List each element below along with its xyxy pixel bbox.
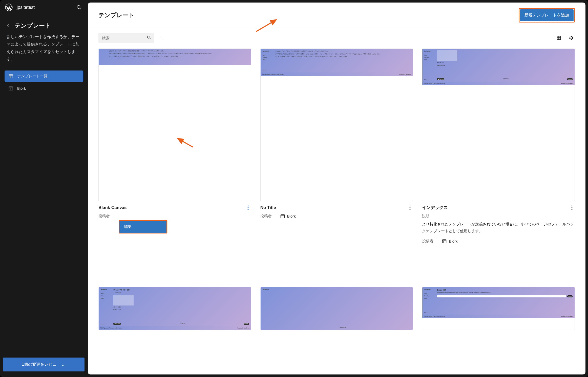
preview-nav: Details [424, 295, 435, 297]
preview-text: Search [567, 295, 573, 297]
back-chevron-icon[interactable] [5, 24, 12, 28]
template-card: jpsitetest Intro Details Blog ⊕ ⊙ ⊘ アーカイ… [98, 287, 251, 364]
preview-text: Powered by WordPress [561, 316, 573, 317]
preview-text: Theme by Anders Norén [433, 83, 445, 84]
svg-rect-16 [557, 38, 559, 40]
preview-text: アーカイブタイプ: 名前 [113, 289, 249, 291]
preview-text: It seems like we couldn't find the page … [437, 292, 573, 294]
preview-text: Previous [115, 323, 120, 324]
preview-nav: Intro [101, 293, 111, 294]
svg-point-1 [77, 6, 80, 9]
preview-text: Powered by WordPress [561, 83, 573, 84]
svg-rect-24 [281, 215, 284, 218]
template-title: No Title [260, 205, 276, 210]
annotation-highlight: 新規テンプレートを追加 [519, 8, 575, 22]
svg-point-28 [571, 207, 572, 208]
layout-icon [8, 74, 14, 79]
preview-sitename: jpsitetest [263, 50, 273, 52]
template-card: これはコンテンツブロックです。個別投稿または固定ページ内のすべてのブロックを表示… [98, 49, 251, 278]
preview-sitename: jpsitetest [424, 289, 435, 290]
edit-button[interactable]: 編集 [119, 221, 166, 233]
svg-line-10 [150, 38, 151, 39]
preview-nav: Details [263, 57, 273, 58]
template-preview[interactable]: jpsitetest Intro Details Blog ⊕ ⊙ ⊘ アーカイ… [98, 287, 251, 330]
search-input[interactable] [102, 36, 140, 40]
site-title[interactable]: jpsitetest [17, 5, 35, 10]
author-name: Björk [449, 239, 457, 243]
svg-rect-30 [443, 240, 446, 243]
svg-rect-6 [9, 87, 13, 90]
preview-text: Theme by Anders Norén [433, 316, 445, 317]
svg-rect-14 [557, 36, 559, 38]
preview-text: Search... [437, 295, 566, 297]
more-options-icon[interactable] [245, 205, 251, 211]
svg-point-27 [571, 205, 572, 206]
filter-icon[interactable] [159, 34, 166, 42]
page-title: テンプレート [98, 11, 135, 19]
preview-sitename: jpsitetest [424, 50, 435, 52]
preview-text: タームの説明 [113, 292, 249, 294]
author-theme[interactable]: Björk [280, 214, 296, 219]
sidebar-heading: テンプレート [15, 22, 51, 30]
svg-point-29 [571, 209, 572, 210]
layout-icon [442, 239, 447, 244]
add-template-button[interactable]: 新規テンプレートを追加 [520, 9, 574, 21]
preview-text: 4月 24, 2023 [437, 62, 573, 64]
preview-text: Hello world! [437, 64, 573, 67]
more-options-icon[interactable] [569, 205, 575, 211]
search-icon[interactable] [75, 3, 83, 12]
preview-text: © 2024 jpsitetest [262, 74, 271, 75]
layout-icon [280, 214, 285, 219]
search-input-wrapper[interactable] [98, 33, 154, 43]
sidebar-item-label: Björk [17, 86, 26, 90]
sidebar-item-label: テンプレート一覧 [17, 74, 48, 79]
svg-point-20 [248, 209, 249, 210]
author-label: 投稿者 [260, 214, 278, 219]
preview-text: Previous [439, 79, 444, 80]
svg-point-21 [409, 205, 410, 206]
grid-view-icon[interactable] [555, 34, 563, 42]
svg-line-2 [80, 8, 81, 9]
preview-text: Hello world! [113, 309, 249, 311]
preview-text: Theme by Anders Norén [109, 327, 122, 329]
wordpress-logo[interactable] [5, 3, 13, 12]
svg-rect-15 [559, 36, 561, 38]
more-options-icon[interactable] [407, 205, 413, 211]
template-preview[interactable]: これはコンテンツブロックです。個別投稿または固定ページ内のすべてのブロックを表示… [98, 49, 251, 201]
sidebar-description: 新しいテンプレートを作成するか、テーマによって提供されるテンプレートに加えられた… [0, 33, 88, 63]
preview-nav: Details [424, 57, 435, 58]
preview-sitename: jpsitetest [101, 289, 111, 290]
template-card: jpsitetest Intro Details Blog ⊕ ⊙ ⊘ Erro… [422, 287, 575, 364]
preview-text: Theme by Anders Norén [271, 74, 284, 75]
template-card: jpsitetest Intro Details Blog ⊕ ⊙ ⊘ これはコ… [260, 49, 413, 278]
svg-point-19 [248, 207, 249, 208]
search-icon[interactable] [146, 35, 152, 41]
sidebar-item-bjork[interactable]: Björk [5, 83, 83, 94]
preview-text: Next [244, 323, 247, 324]
preview-text: Powered by WordPress [237, 327, 249, 329]
author-theme[interactable]: Björk [442, 239, 457, 244]
preview-nav: Blog [101, 297, 111, 299]
preview-text: Next [568, 79, 570, 80]
preview-sitename: jpsitetest [263, 289, 273, 290]
author-name: Björk [287, 214, 296, 218]
main-panel: テンプレート 新規テンプレートを追加 [88, 3, 585, 374]
svg-point-22 [409, 207, 410, 208]
sidebar-item-templates-all[interactable]: テンプレート一覧 [5, 70, 83, 82]
template-preview[interactable]: jpsitetest Intro Details Blog ⊕ ⊙ ⊘ これはコ… [260, 49, 413, 201]
template-preview[interactable]: jpsitetest Intro Details Blog ⊕ ⊙ ⊘ 4月 2… [422, 49, 575, 201]
review-changes-button[interactable]: 1個の変更をレビュー … [3, 358, 85, 371]
author-label: 投稿者 [422, 239, 440, 244]
svg-point-9 [148, 36, 150, 38]
annotation-highlight: 編集 [119, 220, 167, 233]
preview-nav: Intro [424, 54, 435, 56]
template-preview[interactable]: jpsitetest Intro Details Blog ⊕ ⊙ ⊘ Erro… [422, 287, 575, 330]
gear-icon[interactable] [567, 34, 575, 42]
svg-point-18 [248, 205, 249, 206]
svg-rect-17 [559, 38, 561, 40]
author-label: 投稿者 [98, 214, 116, 219]
preview-nav: Intro [263, 54, 273, 56]
template-title: インデックス [422, 205, 448, 210]
preview-nav: Intro [424, 293, 435, 294]
template-preview[interactable]: jpsitetest Hi jpsitetest [260, 287, 413, 330]
